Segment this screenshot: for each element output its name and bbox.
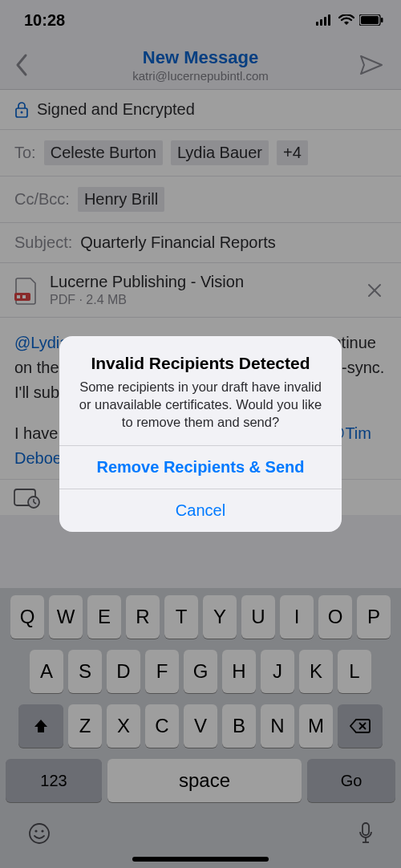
alert-cancel-button[interactable]: Cancel	[59, 489, 342, 532]
alert-primary-button[interactable]: Remove Recipients & Send	[59, 445, 342, 489]
alert-title: Invalid Recipients Detected	[77, 354, 324, 373]
modal-overlay: Invalid Recipients Detected Some recipie…	[0, 0, 401, 868]
alert-message: Some recipients in your draft have inval…	[77, 378, 324, 432]
alert-dialog: Invalid Recipients Detected Some recipie…	[59, 336, 342, 533]
